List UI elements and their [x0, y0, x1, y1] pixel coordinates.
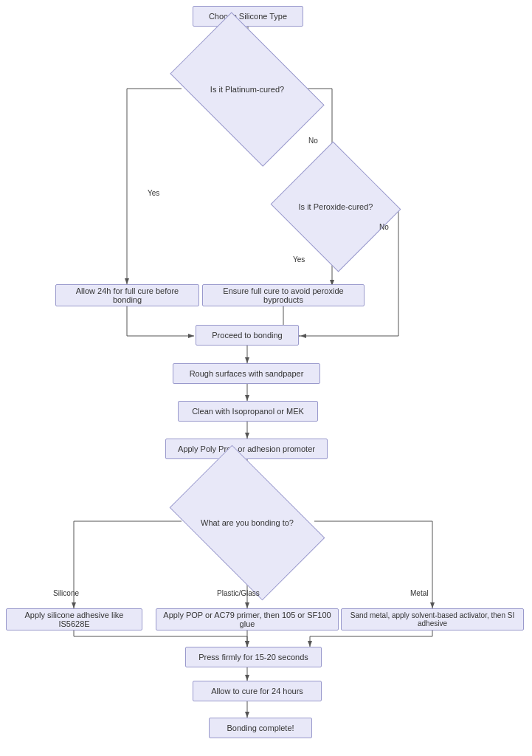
node-clean-iso: Clean with Isopropanol or MEK: [178, 401, 318, 422]
node-apply-pop: Apply POP or AC79 primer, then 105 or SF…: [156, 608, 339, 630]
node-platinum-diamond: Is it Platinum-cured?: [182, 46, 313, 133]
label-yes1: Yes: [148, 189, 159, 197]
label-no1: No: [308, 137, 318, 145]
node-allow-cure: Allow to cure for 24 hours: [193, 681, 322, 701]
label-metal: Metal: [410, 589, 428, 597]
diamond-text-bonding: What are you bonding to?: [193, 518, 301, 527]
node-peroxide-diamond: Is it Peroxide-cured?: [288, 162, 384, 251]
node-choose-silicone: Choose Silicone Type: [193, 6, 303, 27]
node-ensure-full-cure: Ensure full cure to avoid peroxide bypro…: [202, 284, 365, 306]
node-proceed-bonding: Proceed to bonding: [196, 325, 299, 346]
node-bonding-complete: Bonding complete!: [209, 718, 312, 738]
node-apply-poly: Apply Poly Prep or adhesion promoter: [165, 439, 328, 459]
label-silicone: Silicone: [53, 589, 79, 597]
flowchart: Choose Silicone Type Is it Platinum-cure…: [0, 0, 532, 756]
node-apply-silicone: Apply silicone adhesive like IS5628E: [6, 608, 142, 630]
label-yes2: Yes: [293, 255, 305, 264]
diamond-text-platinum: Is it Platinum-cured?: [203, 85, 291, 94]
node-sand-metal: Sand metal, apply solvent-based activato…: [341, 608, 524, 630]
node-allow-24h: Allow 24h for full cure before bonding: [55, 284, 199, 306]
label-plastic-glass: Plastic/Glass: [217, 589, 260, 597]
node-bonding-diamond: What are you bonding to?: [182, 478, 313, 567]
node-rough-surfaces: Rough surfaces with sandpaper: [173, 363, 320, 384]
node-press-firmly: Press firmly for 15-20 seconds: [185, 647, 322, 667]
label-no2: No: [379, 223, 389, 231]
diamond-text-peroxide: Is it Peroxide-cured?: [291, 202, 381, 211]
